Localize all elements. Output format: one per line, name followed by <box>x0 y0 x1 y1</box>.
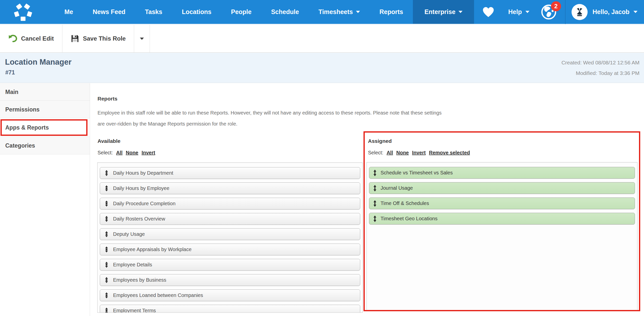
sidebar-item-label: Categories <box>5 142 35 149</box>
list-item[interactable]: Daily Hours by Department <box>100 167 360 179</box>
nav-right-cluster: Help 2 <box>482 0 644 24</box>
nav-item-locations[interactable]: Locations <box>172 0 221 24</box>
nav-label: Enterprise <box>424 8 455 16</box>
select-none-link[interactable]: None <box>126 150 138 155</box>
sidebar-item-label: Permissions <box>5 106 40 113</box>
assigned-select-row: Select:AllNoneInvertRemove selected <box>368 150 470 156</box>
nav-label: Schedule <box>271 8 299 16</box>
list-item[interactable]: Time Off & Schedules <box>369 197 635 209</box>
section-title: Reports <box>98 96 117 102</box>
list-item[interactable]: Schedule vs Timesheet vs Sales <box>369 167 635 179</box>
assigned-list: Schedule vs Timesheet vs Sales Journal U… <box>366 162 637 311</box>
list-item[interactable]: Employee Appraisals by Workplace <box>100 244 360 255</box>
heart-icon[interactable] <box>482 6 495 18</box>
move-icon <box>104 231 109 238</box>
chevron-down-icon <box>633 11 637 13</box>
created-text: Created: Wed 08/08/12 12:56 AM <box>562 57 639 68</box>
cancel-edit-button[interactable]: Cancel Edit <box>0 25 62 52</box>
help-label: Help <box>508 8 522 16</box>
nav-label: Timesheets <box>319 8 353 16</box>
move-icon <box>104 216 109 222</box>
sidebar-item-apps-reports[interactable]: Apps & Reports <box>0 118 90 137</box>
list-item[interactable]: Daily Rosters Overview <box>100 213 360 225</box>
nav-item-enterprise[interactable]: Enterprise <box>413 0 474 24</box>
list-item[interactable]: Employees by Business <box>100 274 360 286</box>
move-icon <box>104 307 109 313</box>
available-select-row: Select:AllNoneInvert <box>98 150 155 156</box>
undo-icon <box>8 34 17 43</box>
list-item[interactable]: Employment Terms <box>100 305 360 313</box>
report-label: Daily Rosters Overview <box>113 216 165 222</box>
move-icon <box>104 277 109 283</box>
select-label: Select: <box>98 150 113 155</box>
role-id: #71 <box>5 69 15 76</box>
section-description: Employee in this staff role will be able… <box>98 107 442 129</box>
move-icon <box>104 246 109 253</box>
select-all-link[interactable]: All <box>116 150 123 155</box>
report-label: Timesheet Geo Locations <box>381 216 437 222</box>
available-header: Available <box>98 138 120 144</box>
nav-label: News Feed <box>93 8 126 16</box>
select-invert-link[interactable]: Invert <box>412 150 426 155</box>
page-title: Location Manager <box>5 58 71 67</box>
nav-item-schedule[interactable]: Schedule <box>261 0 309 24</box>
sidebar-item-permissions[interactable]: Permissions <box>0 101 90 118</box>
up-down-icon <box>373 185 377 192</box>
role-header: Location Manager #71 Created: Wed 08/08/… <box>0 53 644 83</box>
list-item[interactable]: Daily Hours by Employee <box>100 182 360 194</box>
save-icon <box>71 34 79 43</box>
avatar[interactable] <box>572 4 588 20</box>
nav-item-timesheets[interactable]: Timesheets <box>309 0 370 24</box>
report-label: Deputy Usage <box>113 231 145 237</box>
nav-item-news-feed[interactable]: News Feed <box>83 0 135 24</box>
report-label: Time Off & Schedules <box>381 200 429 206</box>
select-invert-link[interactable]: Invert <box>142 150 155 155</box>
greeting-label: Hello, Jacob <box>593 8 629 16</box>
list-item[interactable]: Employees Loaned between Companies <box>100 289 360 301</box>
save-options-button[interactable] <box>134 25 150 52</box>
nav-divider <box>565 0 566 24</box>
user-menu[interactable]: Hello, Jacob <box>593 8 637 16</box>
help-menu[interactable]: Help <box>508 8 529 16</box>
modified-text: Modified: Today at 3:36 PM <box>562 68 639 78</box>
report-label: Daily Hours by Employee <box>113 185 169 191</box>
nav-item-reports[interactable]: Reports <box>370 0 413 24</box>
windmill-icon <box>575 7 584 17</box>
description-line: Employee in this staff role will be able… <box>98 107 442 118</box>
save-role-label: Save This Role <box>83 35 126 42</box>
globe-notifications[interactable]: 2 <box>541 4 557 20</box>
nav-label: Me <box>64 8 73 16</box>
report-label: Daily Hours by Department <box>113 170 173 176</box>
available-list: Daily Hours by Department Daily Hours by… <box>97 162 363 313</box>
nav-menu: Me News Feed Tasks Locations People Sche… <box>55 0 474 24</box>
list-item[interactable]: Timesheet Geo Locations <box>369 213 635 225</box>
sidebar-item-main[interactable]: Main <box>0 83 90 101</box>
save-role-button[interactable]: Save This Role <box>62 25 134 52</box>
select-none-link[interactable]: None <box>396 150 409 155</box>
sidebar-item-categories[interactable]: Categories <box>0 137 90 154</box>
report-label: Employment Terms <box>113 308 156 313</box>
nav-label: Tasks <box>145 8 162 16</box>
nav-item-people[interactable]: People <box>221 0 261 24</box>
page: Me News Feed Tasks Locations People Sche… <box>0 0 644 316</box>
report-label: Employee Appraisals by Workplace <box>113 247 192 252</box>
nav-item-tasks[interactable]: Tasks <box>135 0 172 24</box>
up-down-icon <box>373 169 377 176</box>
move-icon <box>104 170 109 176</box>
select-all-link[interactable]: All <box>387 150 393 155</box>
deputy-logo-icon[interactable] <box>13 2 33 22</box>
edit-toolbar: Cancel Edit Save This Role <box>0 25 644 53</box>
chevron-down-icon <box>356 11 360 13</box>
assigned-header: Assigned <box>368 138 392 144</box>
report-label: Employee Details <box>113 262 152 268</box>
list-item[interactable]: Employee Details <box>100 259 360 271</box>
list-item[interactable]: Daily Procedure Completion <box>100 198 360 209</box>
role-sidebar: Main Permissions Apps & Reports Categori… <box>0 83 90 316</box>
nav-item-me[interactable]: Me <box>55 0 83 24</box>
up-down-icon <box>373 215 377 222</box>
move-icon <box>104 185 109 192</box>
select-label: Select: <box>368 150 383 155</box>
remove-selected-link[interactable]: Remove selected <box>429 150 470 155</box>
list-item[interactable]: Deputy Usage <box>100 228 360 240</box>
list-item[interactable]: Journal Usage <box>369 182 635 194</box>
